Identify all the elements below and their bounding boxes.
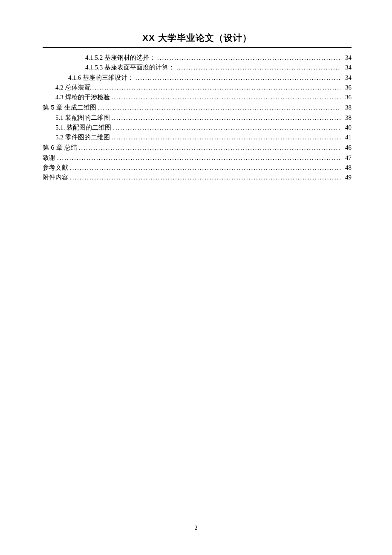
toc-entry: 5.1 装配图的二维图38 <box>43 113 352 123</box>
toc-entry: 第 5 章 生成二维图38 <box>43 102 352 113</box>
toc-entry-label: 参考文献 <box>43 163 68 173</box>
toc-entry-label: 4.1.5.3 基座表面平面度的计算： <box>85 63 175 72</box>
toc-entry-page: 34 <box>342 63 352 72</box>
toc-leader-dots <box>175 63 342 72</box>
toc-entry-label: 4.1.6 基座的三维设计： <box>68 73 134 83</box>
page-title: XX 大学毕业论文（设计） <box>43 32 352 47</box>
toc-entry: 4.2 总体装配36 <box>43 83 352 92</box>
table-of-contents: 4.1.5.2 基座钢材的选择：344.1.5.3 基座表面平面度的计算：344… <box>43 53 352 182</box>
toc-entry: 4.3 焊枪的干涉检验36 <box>43 92 352 102</box>
toc-leader-dots <box>68 173 342 182</box>
toc-entry: 参考文献48 <box>43 163 352 173</box>
toc-leader-dots <box>110 133 343 142</box>
toc-entry-page: 46 <box>342 143 352 153</box>
toc-entry-page: 36 <box>342 83 352 92</box>
toc-leader-dots <box>96 103 342 113</box>
toc-entry-page: 38 <box>342 113 352 123</box>
toc-entry-page: 38 <box>342 103 352 113</box>
toc-entry-page: 49 <box>342 173 352 182</box>
toc-entry-label: 4.3 焊枪的干涉检验 <box>55 92 110 102</box>
toc-entry-page: 48 <box>342 163 352 173</box>
toc-leader-dots <box>111 123 342 133</box>
toc-leader-dots <box>91 83 343 92</box>
toc-entry-label: 5.2 零件图的二维图 <box>55 133 110 142</box>
toc-leader-dots <box>110 113 343 123</box>
toc-entry-label: 致谢 <box>43 153 55 163</box>
toc-entry-page: 36 <box>342 92 352 102</box>
toc-leader-dots <box>134 73 342 83</box>
toc-entry: 第 6 章 总结46 <box>43 142 352 153</box>
toc-entry-label: 第 6 章 总结 <box>43 142 77 152</box>
page-number: 2 <box>0 525 392 532</box>
toc-entry-label: 5.1. 装配图的二维图 <box>55 123 111 133</box>
toc-leader-dots <box>156 53 342 63</box>
toc-leader-dots <box>110 92 343 102</box>
toc-entry-label: 第 5 章 生成二维图 <box>43 102 96 112</box>
toc-entry-label: 4.1.5.2 基座钢材的选择： <box>85 53 156 63</box>
toc-entry-page: 34 <box>342 53 352 63</box>
toc-entry-page: 41 <box>342 133 352 142</box>
toc-entry: 4.1.5.3 基座表面平面度的计算：34 <box>43 63 352 72</box>
toc-entry: 4.1.5.2 基座钢材的选择：34 <box>43 53 352 63</box>
toc-entry-page: 34 <box>342 73 352 83</box>
toc-entry-label: 4.2 总体装配 <box>55 83 91 92</box>
toc-leader-dots <box>77 143 342 153</box>
toc-entry-page: 47 <box>342 153 352 163</box>
title-underline <box>43 47 352 48</box>
toc-leader-dots <box>55 153 342 163</box>
toc-entry: 5.2 零件图的二维图41 <box>43 133 352 142</box>
toc-entry: 附件内容49 <box>43 173 352 182</box>
toc-entry: 5.1. 装配图的二维图40 <box>43 123 352 133</box>
toc-entry: 4.1.6 基座的三维设计：34 <box>43 73 352 83</box>
toc-entry-label: 5.1 装配图的二维图 <box>55 113 110 123</box>
toc-entry-label: 附件内容 <box>43 173 68 182</box>
toc-leader-dots <box>68 163 342 173</box>
toc-entry-page: 40 <box>342 123 352 133</box>
toc-entry: 致谢47 <box>43 153 352 163</box>
